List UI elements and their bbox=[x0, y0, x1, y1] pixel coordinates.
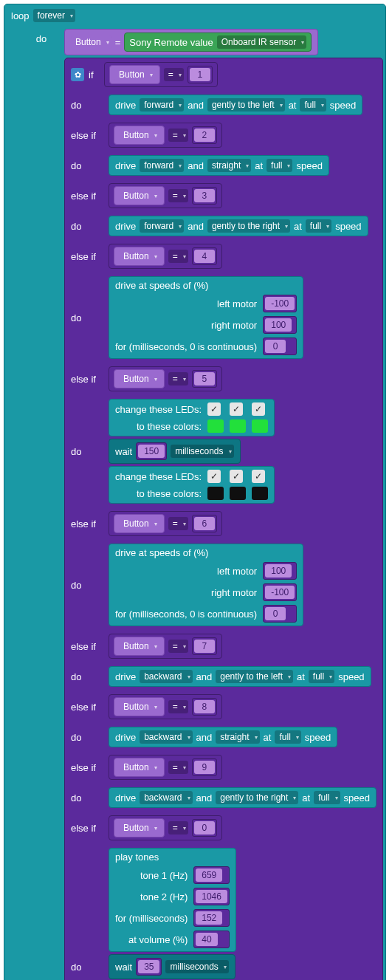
ir-sensor-dropdown[interactable]: Onboard IR sensor bbox=[217, 35, 306, 49]
sony-remote-block[interactable]: Sony Remote value Onboard IR sensor bbox=[124, 32, 312, 52]
led-checkbox[interactable]: ✓ bbox=[252, 402, 265, 416]
loop-mode-dropdown[interactable]: forever bbox=[33, 9, 75, 22]
eq-condition: Button = 8 bbox=[109, 694, 222, 719]
num-input[interactable]: 0 bbox=[265, 607, 286, 620]
speed-dropdown[interactable]: full bbox=[300, 98, 326, 112]
button-var-dropdown[interactable]: Button bbox=[119, 189, 159, 202]
eq-op-dropdown[interactable]: = bbox=[168, 821, 188, 835]
direction-dropdown[interactable]: forward bbox=[140, 159, 184, 172]
button-var-dropdown[interactable]: Button bbox=[119, 640, 159, 653]
num-input[interactable]: 8 bbox=[194, 700, 215, 713]
eq-condition: Button = 1 bbox=[104, 62, 218, 87]
num-input[interactable]: 100 bbox=[265, 318, 292, 332]
eq-condition: Button = 0 bbox=[109, 815, 222, 840]
led-color-picker[interactable] bbox=[207, 487, 224, 500]
direction-dropdown[interactable]: backward bbox=[140, 791, 192, 804]
num-input[interactable]: 7 bbox=[194, 640, 215, 653]
num-input[interactable]: 40 bbox=[196, 933, 217, 946]
num-input[interactable]: 35 bbox=[138, 960, 159, 973]
change-leds-block[interactable]: change these LEDs: ✓ ✓ ✓ to these colors… bbox=[109, 466, 275, 504]
drive-at-speeds-block[interactable]: drive at speeds of (%) left motor -100 r… bbox=[109, 276, 303, 359]
num-input[interactable]: 9 bbox=[194, 761, 215, 774]
drive-block[interactable]: drive forward and straight at full speed bbox=[109, 155, 329, 176]
direction-dropdown[interactable]: backward bbox=[140, 670, 192, 683]
eq-op-dropdown[interactable]: = bbox=[168, 129, 188, 142]
drive-block[interactable]: drive backward and straight at full spee… bbox=[109, 727, 337, 747]
eq-op-dropdown[interactable]: = bbox=[164, 68, 184, 81]
speed-dropdown[interactable]: full bbox=[275, 730, 300, 744]
play-tones-block[interactable]: play tones tone 1 (Hz) 659 tone 2 (Hz) 1… bbox=[109, 848, 236, 952]
led-color-picker[interactable] bbox=[252, 419, 268, 433]
num-input[interactable]: 0 bbox=[265, 340, 286, 353]
eq-op-dropdown[interactable]: = bbox=[168, 640, 188, 653]
set-variable-block[interactable]: Button = Sony Remote value Onboard IR se… bbox=[64, 29, 318, 55]
num-input[interactable]: 659 bbox=[196, 868, 222, 882]
if-block: ✿ if Button = 1 do drive forward bbox=[64, 58, 383, 980]
num-input[interactable]: 2 bbox=[194, 129, 215, 142]
button-var-dropdown[interactable]: Button bbox=[119, 700, 159, 713]
wait-block[interactable]: wait 35 milliseconds bbox=[109, 954, 235, 979]
speed-dropdown[interactable]: full bbox=[306, 219, 331, 233]
led-color-picker[interactable] bbox=[252, 487, 268, 500]
num-input[interactable]: -100 bbox=[265, 586, 295, 599]
num-input[interactable]: 1 bbox=[190, 68, 210, 81]
eq-condition: Button = 9 bbox=[109, 755, 222, 780]
direction-dropdown[interactable]: backward bbox=[140, 730, 192, 744]
led-checkbox[interactable]: ✓ bbox=[230, 402, 243, 416]
steer-dropdown[interactable]: gently to the left bbox=[207, 98, 285, 112]
wait-unit-dropdown[interactable]: milliseconds bbox=[165, 960, 228, 973]
speed-dropdown[interactable]: full bbox=[267, 159, 292, 172]
speed-dropdown[interactable]: full bbox=[309, 670, 334, 683]
button-var-dropdown[interactable]: Button bbox=[119, 129, 159, 142]
led-checkbox[interactable]: ✓ bbox=[252, 470, 265, 483]
change-leds-block[interactable]: change these LEDs: ✓ ✓ ✓ to these colors… bbox=[109, 399, 275, 436]
num-input[interactable]: 152 bbox=[196, 911, 222, 925]
eq-op-dropdown[interactable]: = bbox=[168, 761, 188, 774]
drive-block[interactable]: drive forward and gently to the right at… bbox=[109, 216, 368, 236]
eq-op-dropdown[interactable]: = bbox=[168, 700, 188, 713]
num-input[interactable]: -100 bbox=[265, 297, 295, 310]
drive-block[interactable]: drive backward and gently to the left at… bbox=[109, 666, 371, 687]
eq-condition: Button = 2 bbox=[109, 123, 222, 148]
loop-label: loop bbox=[11, 10, 30, 21]
num-input[interactable]: 4 bbox=[194, 250, 215, 263]
num-input[interactable]: 100 bbox=[265, 564, 292, 578]
direction-dropdown[interactable]: forward bbox=[140, 219, 184, 233]
drive-block[interactable]: drive forward and gently to the left at … bbox=[109, 95, 362, 115]
num-input[interactable]: 5 bbox=[194, 372, 215, 386]
gear-icon[interactable]: ✿ bbox=[71, 68, 84, 81]
num-input[interactable]: 0 bbox=[194, 821, 215, 835]
set-var-dropdown[interactable]: Button bbox=[71, 35, 111, 49]
num-input[interactable]: 1046 bbox=[196, 890, 227, 903]
eq-op-dropdown[interactable]: = bbox=[168, 372, 188, 386]
steer-dropdown[interactable]: gently to the left bbox=[216, 670, 293, 683]
button-var-dropdown[interactable]: Button bbox=[114, 68, 155, 81]
num-input[interactable]: 6 bbox=[194, 517, 215, 530]
led-checkbox[interactable]: ✓ bbox=[207, 402, 221, 416]
drive-at-speeds-block[interactable]: drive at speeds of (%) left motor 100 ri… bbox=[109, 544, 303, 626]
button-var-dropdown[interactable]: Button bbox=[119, 372, 159, 386]
num-input[interactable]: 3 bbox=[194, 189, 215, 202]
button-var-dropdown[interactable]: Button bbox=[119, 517, 159, 530]
steer-dropdown[interactable]: straight bbox=[216, 730, 259, 744]
steer-dropdown[interactable]: gently to the right bbox=[216, 791, 298, 804]
button-var-dropdown[interactable]: Button bbox=[119, 250, 159, 263]
drive-block[interactable]: drive backward and gently to the right a… bbox=[109, 787, 376, 808]
led-checkbox[interactable]: ✓ bbox=[207, 470, 221, 483]
wait-unit-dropdown[interactable]: milliseconds bbox=[171, 445, 233, 458]
button-var-dropdown[interactable]: Button bbox=[119, 761, 159, 774]
num-input[interactable]: 150 bbox=[138, 445, 165, 458]
eq-op-dropdown[interactable]: = bbox=[168, 250, 188, 263]
led-color-picker[interactable] bbox=[230, 419, 246, 433]
eq-op-dropdown[interactable]: = bbox=[168, 189, 188, 202]
direction-dropdown[interactable]: forward bbox=[140, 98, 184, 112]
led-color-picker[interactable] bbox=[230, 487, 246, 500]
wait-block[interactable]: wait 150 milliseconds bbox=[109, 439, 241, 464]
speed-dropdown[interactable]: full bbox=[314, 791, 340, 804]
eq-op-dropdown[interactable]: = bbox=[168, 517, 188, 530]
led-checkbox[interactable]: ✓ bbox=[230, 470, 243, 483]
steer-dropdown[interactable]: straight bbox=[207, 159, 251, 172]
led-color-picker[interactable] bbox=[207, 419, 224, 433]
button-var-dropdown[interactable]: Button bbox=[119, 821, 159, 835]
steer-dropdown[interactable]: gently to the right bbox=[207, 219, 290, 233]
